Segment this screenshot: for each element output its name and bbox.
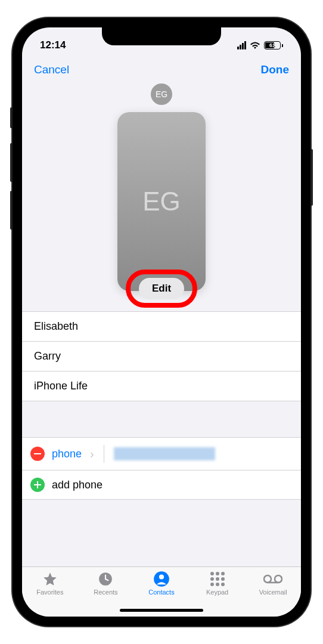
notch bbox=[102, 27, 221, 45]
svg-point-4 bbox=[275, 575, 282, 583]
chevron-right-icon: › bbox=[90, 447, 94, 461]
contact-avatar-small[interactable]: EG bbox=[151, 83, 172, 105]
clock-icon bbox=[98, 571, 113, 587]
volume-up-button bbox=[10, 143, 13, 182]
add-phone-label: add phone bbox=[52, 479, 103, 491]
voicemail-icon bbox=[263, 571, 282, 587]
add-phone-icon bbox=[30, 478, 45, 492]
cancel-button[interactable]: Cancel bbox=[34, 63, 69, 76]
contact-poster-area: EG EG Edit bbox=[22, 81, 301, 311]
wifi-icon bbox=[250, 41, 260, 49]
first-name-field[interactable]: Elisabeth bbox=[22, 312, 301, 342]
tab-label: Voicemail bbox=[259, 589, 287, 596]
star-icon bbox=[42, 571, 58, 587]
mute-switch bbox=[10, 107, 13, 128]
done-button[interactable]: Done bbox=[261, 63, 290, 76]
phone-fields-section: phone › add phone bbox=[22, 437, 301, 500]
battery-icon: 61 bbox=[264, 41, 283, 49]
edit-button-highlight: Edit bbox=[139, 278, 184, 299]
power-button bbox=[310, 149, 313, 206]
tab-label: Favorites bbox=[36, 589, 63, 596]
phone-device-frame: 12:14 61 Cancel Done EG EG bbox=[13, 18, 310, 626]
svg-point-2 bbox=[159, 574, 164, 579]
company-field[interactable]: iPhone Life bbox=[22, 371, 301, 401]
tab-favorites[interactable]: Favorites bbox=[22, 571, 78, 617]
edit-poster-button[interactable]: Edit bbox=[139, 278, 184, 299]
tab-label: Recents bbox=[94, 589, 117, 596]
cellular-signal-icon bbox=[237, 41, 246, 49]
section-spacer bbox=[22, 401, 301, 437]
volume-down-button bbox=[10, 191, 13, 230]
tab-voicemail[interactable]: Voicemail bbox=[245, 571, 301, 617]
tab-label: Keypad bbox=[206, 589, 228, 596]
navigation-bar: Cancel Done bbox=[22, 56, 301, 81]
last-name-field[interactable]: Garry bbox=[22, 342, 301, 371]
phone-number-field[interactable] bbox=[114, 447, 215, 460]
home-indicator[interactable] bbox=[120, 609, 203, 612]
phone-entry-row: phone › bbox=[22, 438, 301, 470]
remove-phone-button[interactable] bbox=[30, 447, 45, 461]
contact-poster-card[interactable]: EG bbox=[117, 112, 206, 291]
person-circle-icon bbox=[153, 571, 170, 587]
status-indicators: 61 bbox=[237, 41, 283, 49]
svg-point-3 bbox=[264, 575, 271, 583]
add-phone-row[interactable]: add phone bbox=[22, 470, 301, 500]
name-fields-section: Elisabeth Garry iPhone Life bbox=[22, 311, 301, 401]
keypad-icon bbox=[210, 571, 225, 587]
divider bbox=[104, 445, 104, 463]
tab-label: Contacts bbox=[148, 589, 174, 596]
screen: 12:14 61 Cancel Done EG EG bbox=[22, 27, 301, 617]
status-time: 12:14 bbox=[40, 39, 66, 51]
phone-type-selector[interactable]: phone bbox=[52, 448, 82, 460]
